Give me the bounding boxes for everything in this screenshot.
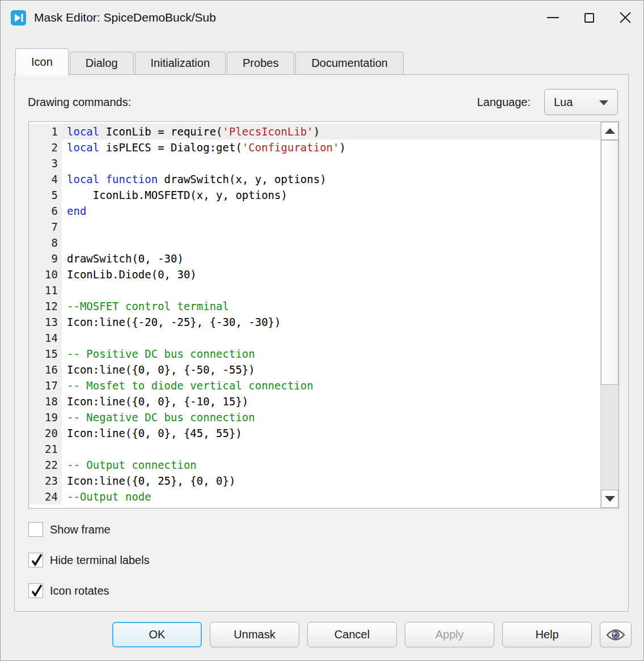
code-line[interactable]: 11: [29, 282, 600, 298]
checkbox-hide-terminal-labels[interactable]: Hide terminal labels: [28, 553, 150, 567]
code-line-text: [62, 330, 600, 346]
line-number: 1: [29, 124, 62, 139]
code-line-text: Icon:line({0, 0}, {-50, -55}): [62, 362, 600, 378]
tab-label: Documentation: [311, 57, 388, 70]
code-area[interactable]: 1local IconLib = require('PlecsIconLib')…: [29, 122, 600, 508]
code-line[interactable]: 17-- Mosfet to diode vertical connection: [29, 378, 600, 393]
line-number: 23: [29, 473, 62, 489]
tab-dialog[interactable]: Dialog: [70, 52, 134, 75]
code-line-text: --MOSFET control terminal: [62, 298, 600, 314]
scroll-down-button[interactable]: [601, 490, 618, 508]
code-line[interactable]: 23Icon:line({0, 25}, {0, 0}): [29, 473, 600, 489]
line-number: 9: [29, 251, 62, 266]
tab-label: Initialization: [151, 57, 210, 70]
checkbox-icon-rotates[interactable]: Icon rotates: [28, 583, 150, 598]
tab-bar: IconDialogInitializationProbesDocumentat…: [15, 48, 405, 75]
code-line-text: [62, 235, 600, 251]
code-line[interactable]: 15-- Positive DC bus connection: [29, 346, 600, 362]
code-line[interactable]: 9drawSwitch(0, -30): [29, 251, 600, 266]
tab-label: Icon: [31, 56, 53, 69]
language-dropdown[interactable]: Lua: [544, 89, 618, 115]
code-line-text: -- Output connection: [62, 457, 600, 473]
help-button[interactable]: Help: [502, 622, 592, 647]
code-line-text: [62, 441, 600, 457]
text-buttons: OKUnmaskCancelApplyHelp: [112, 622, 592, 647]
minimize-button[interactable]: [535, 1, 571, 35]
close-icon: [619, 11, 632, 24]
code-line[interactable]: 3: [29, 155, 600, 171]
code-line[interactable]: 21: [29, 441, 600, 457]
code-line[interactable]: 22-- Output connection: [29, 457, 600, 473]
scroll-up-icon: [605, 128, 615, 134]
code-line[interactable]: 24--Output node: [29, 489, 600, 505]
cancel-button[interactable]: Cancel: [307, 622, 397, 647]
editor-scrollbar[interactable]: [600, 122, 618, 508]
apply-button: Apply: [405, 622, 494, 647]
preview-eye-button[interactable]: [600, 622, 632, 647]
code-line-text: Icon:line({0, 0}, {-10, 15}): [62, 393, 600, 409]
code-line[interactable]: 14: [29, 330, 600, 346]
code-line[interactable]: 5 IconLib.MOSFETD(x, y, options): [29, 187, 600, 203]
code-line-text: end: [62, 203, 600, 219]
code-line[interactable]: 2local isPLECS = Dialog:get('Configurati…: [29, 139, 600, 155]
code-line-text: drawSwitch(0, -30): [62, 251, 600, 266]
code-line[interactable]: 1local IconLib = require('PlecsIconLib'): [29, 124, 600, 139]
close-button[interactable]: [607, 1, 643, 35]
code-line[interactable]: 20Icon:line({0, 0}, {45, 55}): [29, 425, 600, 441]
code-line[interactable]: 7: [29, 219, 600, 235]
checked-checkbox[interactable]: [28, 553, 43, 567]
line-number: 20: [29, 425, 62, 441]
tab-probes[interactable]: Probes: [227, 52, 294, 75]
tab-initialization[interactable]: Initialization: [135, 52, 226, 75]
checkbox-label: Icon rotates: [50, 584, 109, 598]
maximize-button[interactable]: [571, 1, 607, 35]
code-line[interactable]: 19-- Negative DC bus connection: [29, 409, 600, 425]
checkbox-label: Hide terminal labels: [50, 554, 150, 567]
code-line[interactable]: 10IconLib.Diode(0, 30): [29, 266, 600, 282]
line-number: 17: [29, 378, 62, 393]
icon-tab-panel: Drawing commands: Language: Lua 1local I…: [14, 74, 629, 612]
line-number: 11: [29, 282, 62, 298]
code-line-text: -- Mosfet to diode vertical connection: [62, 378, 600, 393]
ok-button[interactable]: OK: [112, 622, 202, 647]
line-number: 18: [29, 393, 62, 409]
scroll-up-button[interactable]: [601, 122, 618, 140]
chevron-down-icon: [599, 100, 608, 105]
code-line[interactable]: 18Icon:line({0, 0}, {-10, 15}): [29, 393, 600, 409]
code-line[interactable]: 8: [29, 235, 600, 251]
code-line-text: IconLib.Diode(0, 30): [62, 266, 600, 282]
tab-documentation[interactable]: Documentation: [295, 52, 404, 75]
check-icon: [29, 582, 44, 599]
code-line-text: [62, 155, 600, 171]
tab-icon[interactable]: Icon: [15, 48, 69, 75]
line-number: 16: [29, 362, 62, 378]
line-number: 22: [29, 457, 62, 473]
unchecked-checkbox[interactable]: [28, 522, 43, 537]
code-line-text: Icon:line({-20, -25}, {-30, -30}): [62, 314, 600, 330]
title-bar[interactable]: Mask Editor: SpiceDemoBuck/Sub: [1, 1, 643, 35]
code-line[interactable]: 16Icon:line({0, 0}, {-50, -55}): [29, 362, 600, 378]
dialog-button-row: OKUnmaskCancelApplyHelp: [112, 622, 632, 647]
code-line-text: local function drawSwitch(x, y, options): [62, 171, 600, 187]
code-line-text: Icon:line({0, 0}, {45, 55}): [62, 425, 600, 441]
line-number: 5: [29, 187, 62, 203]
drawing-commands-editor[interactable]: 1local IconLib = require('PlecsIconLib')…: [28, 121, 619, 509]
code-line-text: IconLib.MOSFETD(x, y, options): [62, 187, 600, 203]
code-line[interactable]: 6end: [29, 203, 600, 219]
code-line[interactable]: 4local function drawSwitch(x, y, options…: [29, 171, 600, 187]
scrollbar-thumb[interactable]: [601, 140, 618, 385]
code-line[interactable]: 13Icon:line({-20, -25}, {-30, -30}): [29, 314, 600, 330]
unmask-button[interactable]: Unmask: [210, 622, 299, 647]
maximize-icon: [584, 13, 594, 23]
line-number: 2: [29, 139, 62, 155]
checked-checkbox[interactable]: [28, 583, 43, 598]
line-number: 12: [29, 298, 62, 314]
code-line-text: -- Positive DC bus connection: [62, 346, 600, 362]
mask-editor-window: Mask Editor: SpiceDemoBuck/Sub IconDialo…: [0, 0, 644, 661]
checkbox-show-frame[interactable]: Show frame: [28, 522, 150, 537]
line-number: 24: [29, 489, 62, 505]
scroll-down-icon: [605, 496, 615, 502]
checkbox-group: Show frameHide terminal labelsIcon rotat…: [28, 522, 150, 614]
code-line[interactable]: 12--MOSFET control terminal: [29, 298, 600, 314]
code-line-text: [62, 219, 600, 235]
